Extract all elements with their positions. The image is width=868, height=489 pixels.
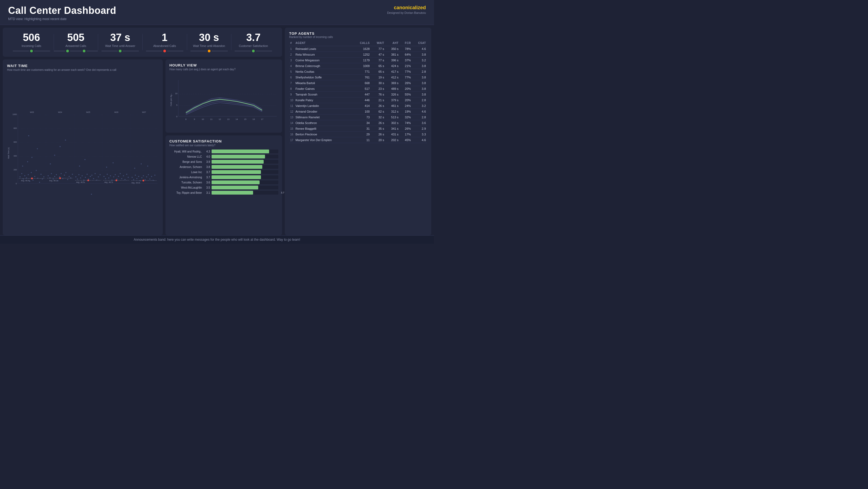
cell-value: 3.8 [412,74,427,80]
svg-point-63 [50,163,51,164]
cell-value: 2.8 [412,69,427,74]
table-row: 6Shellysheldon Soffe76119 s412 s77%3.8 [289,74,427,80]
kpi-wait-answer-label: Wait Time until Answer [98,44,143,48]
table-row: 16Berton Flecknoe2926 s431 s17%3.3 [289,132,427,137]
cell-value: 517 [352,86,371,92]
kpi-incoming-indicator [9,50,54,52]
svg-point-79 [90,176,91,177]
csat-subtitle: How satified are our customers lately? [169,144,278,147]
csat-company-name: Lowe Inc [169,171,202,174]
agents-tbody: 1Reinwald Lowis162877 s350 s78%4.62Reta … [289,46,427,143]
agent-name: Reta Winscum [294,52,352,58]
kpi-dot-green [252,50,255,52]
csat-bar-fill [212,180,259,184]
cell-value: 77% [400,69,412,74]
svg-point-119 [141,177,143,178]
svg-point-23 [20,176,21,178]
cell-value: 417 s [385,69,400,74]
kpi-dot-green [83,50,86,52]
agents-header: TOP AGENTS Ranked by number of incoming … [289,31,427,38]
kpi-answered-label: Answered Calls [54,44,98,48]
csat-company-name: Jenkins-Armstrong [169,176,202,179]
agents-title: TOP AGENTS [289,31,427,35]
svg-point-97 [112,180,113,181]
csat-bar-bg [212,160,278,164]
svg-point-86 [79,165,80,166]
kpi-wait-abandon-value: 30 s [187,32,231,43]
kpi-dot-green [30,50,33,52]
svg-text:0: 0 [176,115,178,118]
svg-point-76 [85,177,86,178]
agents-panel: TOP AGENTS Ranked by number of incoming … [285,28,431,235]
svg-point-120 [143,175,144,176]
svg-point-49 [51,173,52,174]
svg-point-102 [120,173,121,174]
csat-bar-bg [212,165,278,169]
csat-score: 3.7 [204,171,210,174]
wait-time-chart: Wait Time (s) 0 200 400 600 800 1000 [7,74,158,228]
cell-value: 20% [400,97,412,103]
svg-point-77 [87,174,88,175]
brand-canonical: canonical [394,5,416,10]
kpi-abandoned-value: 1 [143,32,187,43]
wait-time-subtitle: How much time are customers waiting for … [7,68,158,71]
table-row: 14Odelia Scothron3426 s302 s74%3.6 [289,120,427,126]
svg-point-70 [75,176,76,178]
cell-value: 77 s [371,46,385,52]
hourly-title: HOURLY VIEW [169,63,278,67]
csat-score: 3.6 [204,181,210,184]
page-title: Call Center Dashboard [8,5,116,16]
cell-value: 17 [289,137,294,143]
svg-point-82 [95,173,96,174]
svg-text:Calls per Ag...: Calls per Ag... [170,93,172,106]
svg-text:0: 0 [16,183,17,185]
svg-point-54 [59,176,60,178]
csat-bar-fill [212,186,258,189]
cell-value: 19 s [371,74,385,80]
cell-value: 10 [289,97,294,103]
svg-point-92 [103,176,104,177]
svg-text:W27: W27 [142,111,146,113]
svg-point-101 [118,176,119,177]
svg-point-75 [83,180,84,181]
csat-company-name: Toy, Rippin and Beier [169,191,202,194]
col-rank: # [289,40,294,46]
svg-point-126 [152,180,154,181]
csat-company-name: Hyatt, Will and Rodrig.. [169,150,202,153]
svg-point-51 [54,176,55,177]
cell-value: 1252 [352,52,371,58]
cell-value: 668 [352,80,371,86]
svg-point-96 [110,175,111,176]
kpi-line [34,51,50,51]
csat-bar-bg: 3.7 [212,191,278,194]
svg-point-95 [108,178,109,179]
kpi-csat: 3.7 Customer Satisfaction [231,32,276,52]
kpi-line [190,51,207,51]
table-row: 15Renee Biaggelli3135 s341 s26%2.9 [289,126,427,132]
cell-value: 9 [289,92,294,97]
svg-point-84 [98,176,99,178]
hourly-panel: HOURLY VIEW How many calls (on avg.) doe… [165,59,282,133]
csat-row: Berge and Sons3.9 [169,160,278,164]
svg-point-42 [37,148,38,149]
cell-value: 3.8 [412,80,427,86]
brand-ized: ized [416,5,426,10]
cell-value: 1 [289,46,294,52]
cell-value: 414 [352,103,371,109]
csat-bar-bg [212,155,278,158]
brand-name: canonicalized [387,5,426,10]
header: Call Center Dashboard MTD view: Highligh… [0,0,434,25]
kpi-answered-calls: 505 Answered Calls [54,32,98,52]
svg-point-35 [39,182,40,183]
svg-text:800: 800 [13,127,17,129]
cell-value: 3.8 [412,92,427,97]
table-row: 17Margarete Von Der Empten1120 s202 s45%… [289,137,427,143]
cell-value: 3.2 [412,103,427,109]
cell-value: 21% [400,63,412,69]
svg-point-26 [24,175,25,176]
kpi-csat-indicator [231,50,276,52]
svg-text:W26: W26 [115,111,119,113]
svg-point-38 [43,176,44,178]
svg-text:9: 9 [194,118,195,121]
table-row: 8Fowler Gaines51723 s489 s20%3.8 [289,86,427,92]
